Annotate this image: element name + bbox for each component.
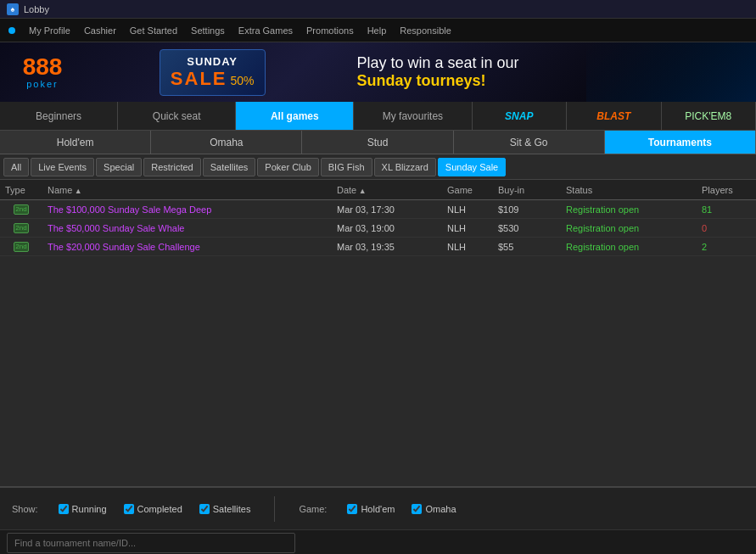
label-omaha-game: Omaha [425,504,456,514]
tab-quick-seat[interactable]: Quick seat [118,102,236,130]
logo-poker: poker [26,79,59,89]
nav-promotions[interactable]: Promotions [306,25,354,36]
tab-beginners[interactable]: Beginners [0,102,118,130]
row-game: NLH [442,223,493,233]
nav-cashier[interactable]: Cashier [84,25,116,36]
row-buyin: $530 [493,223,561,233]
search-row [0,529,756,554]
nav-extra-games[interactable]: Extra Games [238,25,293,36]
table-row[interactable]: 2nd The $100,000 Sunday Sale Mega Deep M… [0,200,756,219]
filter-omaha-check[interactable]: Omaha [412,504,456,514]
nav-responsible[interactable]: Responsible [400,25,451,36]
checkbox-omaha[interactable] [412,504,422,514]
banner-text-main: Play to win a seat in our [356,54,739,72]
filter-restricted[interactable]: Restricted [143,158,201,176]
tab-blast[interactable]: BLAST [567,102,662,130]
show-label: Show: [12,504,38,514]
col-date[interactable]: Date [332,185,442,195]
tab-all-games[interactable]: All games [236,102,354,130]
type-badge: 2nd [14,204,29,215]
nav-settings[interactable]: Settings [191,25,225,36]
tab-stud[interactable]: Stud [302,131,453,154]
search-input[interactable] [7,533,295,553]
col-type: Type [0,185,42,195]
filter-special[interactable]: Special [96,158,142,176]
banner-text-sub: Sunday tourneys! [356,72,739,90]
logo: 888 poker [0,48,85,96]
row-buyin: $55 [493,242,561,252]
banner: 888 poker SUNDAY SALE 50% Play to win a … [0,42,756,102]
row-name: The $100,000 Sunday Sale Mega Deep [42,204,332,215]
checkbox-holdem[interactable] [347,504,357,514]
type-tabs: Hold'em Omaha Stud Sit & Go Tournaments [0,131,756,154]
filter-xl-blizzard[interactable]: XL Blizzard [374,158,436,176]
tab-snap[interactable]: SNAP [473,102,568,130]
row-players: 2 [697,242,756,252]
tournament-table: Type Name Date Game Buy-in Status Player… [0,180,756,486]
title-bar: ♠ Lobby [0,0,756,19]
table-body: 2nd The $100,000 Sunday Sale Mega Deep M… [0,200,756,256]
filter-big-fish[interactable]: BIG Fish [321,158,372,176]
row-date: Mar 03, 19:00 [332,223,442,233]
filter-satellites[interactable]: Satellites [203,158,256,176]
checkbox-running[interactable] [59,504,69,514]
checkbox-satellites[interactable] [199,504,210,514]
table-row[interactable]: 2nd The $20,000 Sunday Sale Challenge Ma… [0,238,756,256]
type-badge: 2nd [14,223,29,233]
app-icon: ♠ [7,3,19,15]
filter-satellites-check[interactable]: Satellites [199,504,251,514]
top-nav: My Profile Cashier Get Started Settings … [0,19,756,42]
filter-all[interactable]: All [3,158,29,176]
divider [274,496,275,522]
row-status: Registration open [561,242,697,252]
filter-live-events[interactable]: Live Events [31,158,94,176]
label-satellites: Satellites [213,504,251,514]
row-players: 0 [697,223,756,233]
row-players: 81 [697,204,756,215]
filter-running[interactable]: Running [59,504,107,514]
row-type: 2nd [0,223,42,233]
filter-holdem-check[interactable]: Hold'em [347,504,395,514]
row-name: The $50,000 Sunday Sale Whale [42,223,332,233]
nav-my-profile[interactable]: My Profile [29,25,70,36]
col-players: Players [697,185,756,195]
banner-sale: SUNDAY SALE 50% [85,49,339,96]
title-bar-text: Lobby [24,4,49,14]
tab-my-favourites[interactable]: My favourites [354,102,472,130]
sale-sunday-text: SUNDAY [171,55,255,68]
tab-tournaments[interactable]: Tournaments [605,131,756,154]
row-name: The $20,000 Sunday Sale Challenge [42,242,332,252]
row-game: NLH [442,204,493,215]
nav-help[interactable]: Help [367,25,387,36]
tab-holdem[interactable]: Hold'em [0,131,151,154]
banner-text: Play to win a seat in our Sunday tourney… [339,54,756,90]
show-filters: Show: Running Completed Satellites Game:… [0,487,756,529]
label-completed: Completed [137,504,182,514]
checkbox-completed[interactable] [124,504,134,514]
table-row[interactable]: 2nd The $50,000 Sunday Sale Whale Mar 03… [0,219,756,238]
sale-box: SUNDAY SALE 50% [160,49,266,96]
filter-poker-club[interactable]: Poker Club [257,158,318,176]
row-status: Registration open [561,204,697,215]
tab-omaha[interactable]: Omaha [151,131,302,154]
filter-tabs: All Live Events Special Restricted Satel… [0,154,756,180]
col-name[interactable]: Name [42,185,332,195]
tab-pickem[interactable]: PICK'EM8 [662,102,757,130]
tab-sit-and-go[interactable]: Sit & Go [454,131,605,154]
row-date: Mar 03, 19:35 [332,242,442,252]
col-status: Status [561,185,697,195]
row-date: Mar 03, 17:30 [332,204,442,215]
nav-get-started[interactable]: Get Started [130,25,177,36]
filter-completed[interactable]: Completed [124,504,182,514]
col-game: Game [442,185,493,195]
logo-888: 888 [23,55,63,79]
row-type: 2nd [0,204,42,215]
game-tabs: Beginners Quick seat All games My favour… [0,102,756,131]
row-buyin: $109 [493,204,561,215]
bottom-section: Show: Running Completed Satellites Game:… [0,486,756,554]
game-label: Game: [299,504,327,514]
label-holdem-game: Hold'em [361,504,395,514]
table-header: Type Name Date Game Buy-in Status Player… [0,180,756,200]
row-status: Registration open [561,223,697,233]
filter-sunday-sale[interactable]: Sunday Sale [438,158,506,176]
